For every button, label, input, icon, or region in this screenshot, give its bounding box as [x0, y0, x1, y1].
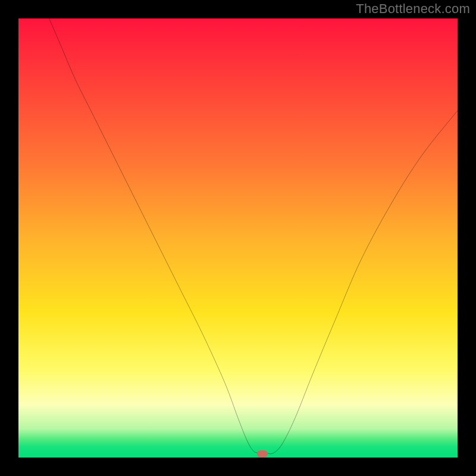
- curve-svg: [18, 18, 458, 458]
- watermark-text: TheBottleneck.com: [356, 1, 470, 17]
- bottleneck-curve: [49, 18, 458, 454]
- plot-area: [18, 18, 458, 458]
- chart-frame: TheBottleneck.com: [0, 0, 476, 476]
- min-marker: [257, 450, 268, 458]
